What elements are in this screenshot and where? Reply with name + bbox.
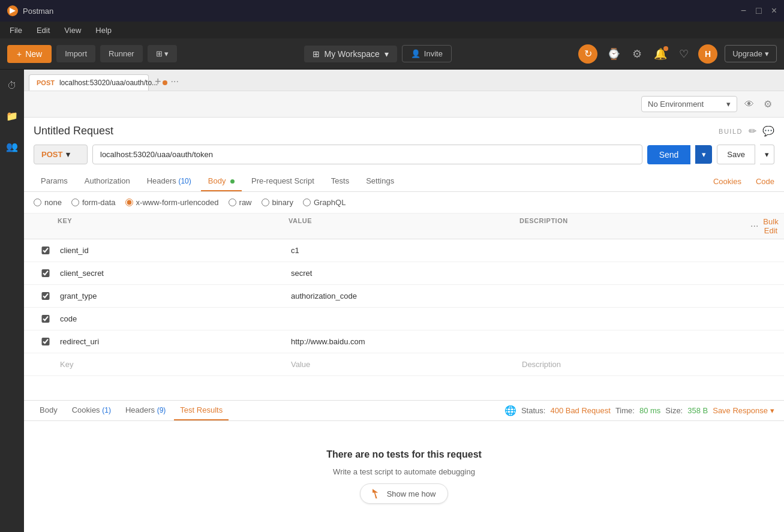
notifications-button[interactable]: 🔔 [651, 45, 669, 63]
upgrade-chevron-icon: ▾ [765, 49, 769, 58]
row5-key: redirect_uri [58, 332, 289, 351]
save-response-button[interactable]: Save Response ▾ [713, 406, 774, 415]
env-eye-button[interactable]: 👁 [742, 97, 756, 112]
menu-help[interactable]: Help [93, 25, 114, 36]
sidebar-history-icon[interactable]: ⏱ [4, 77, 20, 95]
tab-body[interactable]: Body [201, 172, 242, 191]
invite-button[interactable]: 👤 Invite [402, 45, 452, 62]
body-label: Body [208, 176, 226, 185]
method-label: POST [41, 150, 62, 159]
row5-checkbox[interactable] [34, 338, 58, 345]
method-chevron-icon: ▾ [66, 150, 70, 159]
resp-tab-cookies[interactable]: Cookies (1) [66, 401, 117, 420]
row3-checkbox[interactable] [34, 292, 58, 300]
send-dropdown-button[interactable]: ▾ [695, 145, 712, 164]
row4-checkbox[interactable] [34, 315, 58, 323]
tab-settings[interactable]: Settings [359, 172, 401, 191]
show-how-button[interactable]: Show me how [360, 483, 449, 504]
tab-headers[interactable]: Headers (10) [140, 172, 199, 191]
new-label: New [25, 49, 42, 59]
globe-icon[interactable]: 🌐 [504, 405, 516, 416]
workspace-button[interactable]: ⊞ My Workspace ▾ [304, 46, 397, 62]
app-icon [7, 5, 18, 16]
code-link[interactable]: Code [756, 177, 774, 186]
table-row: grant_type authorization_code [24, 285, 784, 308]
new-button[interactable]: + New [7, 45, 52, 63]
invite-label: Invite [424, 49, 443, 58]
sync-button[interactable]: ↻ [578, 44, 597, 64]
menu-view[interactable]: View [62, 25, 83, 36]
bulk-edit-button[interactable]: Bulk Edit [763, 217, 778, 235]
sidebar-team-icon[interactable]: 👥 [2, 137, 22, 156]
env-settings-button[interactable]: ⚙ [761, 96, 774, 112]
close-button[interactable]: × [771, 5, 777, 16]
send-button[interactable]: Send [647, 145, 691, 164]
resp-tab-test-results[interactable]: Test Results [174, 401, 229, 420]
body-type-raw[interactable]: raw [229, 198, 252, 207]
row5-value: http://www.baidu.com [289, 332, 519, 351]
status-label: Status: [521, 406, 545, 415]
resp-tab-headers[interactable]: Headers (9) [119, 401, 172, 420]
toolbar-center: ⊞ My Workspace ▾ 👤 Invite [182, 45, 573, 62]
response-area: Body Cookies (1) Headers (9) Test Result… [24, 400, 784, 532]
tab-url: localhost:53020/uaa/oauth/to... [59, 79, 158, 87]
url-input[interactable] [92, 145, 642, 164]
main-toolbar: + New Import Runner ⊞ ▾ ⊞ My Workspace ▾… [0, 38, 784, 70]
body-type-graphql[interactable]: GraphQL [303, 198, 346, 207]
settings-button[interactable]: ⚙ [630, 45, 644, 63]
add-tab-button[interactable]: + [150, 74, 166, 89]
empty-key: Key [58, 355, 289, 374]
avatar-button[interactable]: H [698, 44, 717, 64]
history-button[interactable]: ⌚ [605, 45, 623, 63]
row2-checkbox[interactable] [34, 269, 58, 277]
main-layout: ⏱ 📁 👥 POST localhost:53020/uaa/oauth/to.… [0, 70, 784, 532]
tab-pre-request[interactable]: Pre-request Script [244, 172, 322, 191]
kv-table-header: KEY VALUE DESCRIPTION ··· Bulk Edit [24, 214, 784, 239]
tabs-bar: POST localhost:53020/uaa/oauth/to... + ·… [24, 70, 784, 91]
cookies-link[interactable]: Cookies [713, 177, 741, 186]
url-bar: POST ▾ Send ▾ Save ▾ [24, 137, 784, 172]
heart-button[interactable]: ♡ [677, 45, 691, 63]
body-type-form-data[interactable]: form-data [71, 198, 116, 207]
request-title-bar: Untitled Request BUILD ✏ 💬 [24, 118, 784, 137]
toolbar-right: ↻ ⌚ ⚙ 🔔 ♡ H Upgrade ▾ [578, 44, 777, 64]
request-title: Untitled Request [34, 125, 113, 137]
table-more-button[interactable]: ··· [750, 221, 758, 232]
comment-icon[interactable]: 💬 [762, 125, 774, 137]
grid-icon: ⊞ [313, 49, 320, 59]
import-button[interactable]: Import [56, 45, 95, 62]
body-type-url-encoded[interactable]: x-www-form-urlencoded [125, 198, 219, 207]
row1-checkbox[interactable] [34, 247, 58, 254]
resp-tab-body[interactable]: Body [34, 401, 64, 420]
active-request-tab[interactable]: POST localhost:53020/uaa/oauth/to... [29, 74, 149, 91]
maximize-button[interactable]: □ [756, 5, 762, 16]
user-plus-icon: 👤 [411, 49, 420, 58]
row1-key: client_id [58, 241, 289, 260]
table-row-empty: Key Value Description [24, 353, 784, 376]
menu-file[interactable]: File [7, 25, 25, 36]
cursor-icon [373, 489, 382, 498]
upgrade-button[interactable]: Upgrade ▾ [725, 45, 777, 62]
more-tabs-button[interactable]: ··· [167, 74, 182, 89]
status-value: 400 Bad Request [550, 406, 610, 415]
row5-description [519, 337, 750, 347]
sidebar-collections-icon[interactable]: 📁 [2, 107, 22, 125]
body-type-binary[interactable]: binary [262, 198, 293, 207]
menu-edit[interactable]: Edit [34, 25, 52, 36]
tab-params[interactable]: Params [34, 172, 75, 191]
runner-button[interactable]: Runner [100, 45, 143, 62]
edit-icon[interactable]: ✏ [749, 125, 756, 137]
row1-value: c1 [289, 241, 519, 260]
layout-button[interactable]: ⊞ ▾ [148, 45, 178, 62]
tab-authorization[interactable]: Authorization [77, 172, 137, 191]
save-button[interactable]: Save [717, 145, 755, 164]
body-type-none[interactable]: none [34, 198, 62, 207]
environment-select[interactable]: No Environment ▾ [641, 96, 737, 112]
minimize-button[interactable]: − [741, 5, 746, 16]
row2-value: secret [289, 264, 519, 282]
table-row: client_id c1 [24, 239, 784, 262]
env-chevron-icon: ▾ [726, 100, 731, 109]
save-dropdown-button[interactable]: ▾ [760, 145, 774, 164]
tab-tests[interactable]: Tests [324, 172, 356, 191]
method-select[interactable]: POST ▾ [34, 145, 88, 164]
